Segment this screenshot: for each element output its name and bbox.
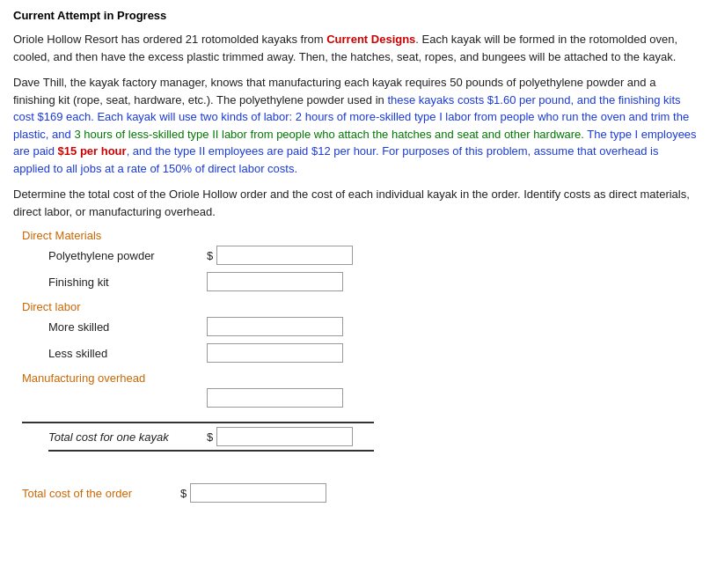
total-order-dollar: $ xyxy=(180,487,187,500)
manufacturing-overhead-input[interactable] xyxy=(207,388,343,408)
brand-name: Current Designs xyxy=(326,33,415,46)
more-skilled-row: More skilled xyxy=(48,317,697,336)
highlight-pay1: $15 per hour xyxy=(58,144,127,158)
finishing-kit-input[interactable] xyxy=(207,272,343,291)
paragraph-2: Dave Thill, the kayak factory manager, k… xyxy=(13,74,697,177)
polyethylene-label: Polyethylene powder xyxy=(48,249,207,262)
finishing-kit-row: Finishing kit xyxy=(48,272,697,291)
current-attempt-header: Current Attempt in Progress xyxy=(13,9,697,22)
total-order-row: Total cost of the order $ xyxy=(22,483,697,503)
section-direct-materials: Direct Materials xyxy=(22,229,697,242)
total-order-input[interactable] xyxy=(190,483,326,503)
total-one-kayak-row: Total cost for one kayak $ xyxy=(48,427,374,452)
more-skilled-input[interactable] xyxy=(207,317,343,336)
total-one-kayak-label: Total cost for one kayak xyxy=(48,430,207,444)
less-skilled-row: Less skilled xyxy=(48,343,697,363)
total-one-kayak-input[interactable] xyxy=(216,427,353,446)
less-skilled-input[interactable] xyxy=(207,343,343,363)
highlight-these: these kayaks costs $1.60 per pound, and … xyxy=(13,93,697,175)
total-order-label: Total cost of the order xyxy=(22,487,180,500)
polyethylene-input[interactable] xyxy=(216,246,353,265)
more-skilled-label: More skilled xyxy=(48,320,207,334)
manufacturing-overhead-row xyxy=(48,388,697,408)
section-manufacturing-overhead: Manufacturing overhead xyxy=(22,371,697,385)
paragraph-1: Oriole Hollow Resort has ordered 21 roto… xyxy=(13,31,697,65)
section-direct-labor: Direct labor xyxy=(22,300,697,313)
paragraph-3: Determine the total cost of the Oriole H… xyxy=(13,186,697,220)
finishing-kit-label: Finishing kit xyxy=(48,276,207,289)
less-skilled-label: Less skilled xyxy=(48,347,207,360)
polyethylene-dollar: $ xyxy=(207,249,213,262)
polyethylene-row: Polyethylene powder $ xyxy=(48,246,697,265)
highlight-3hours: 3 hours of less-skilled type II labor fr… xyxy=(74,128,584,141)
total-one-kayak-dollar: $ xyxy=(207,430,213,444)
